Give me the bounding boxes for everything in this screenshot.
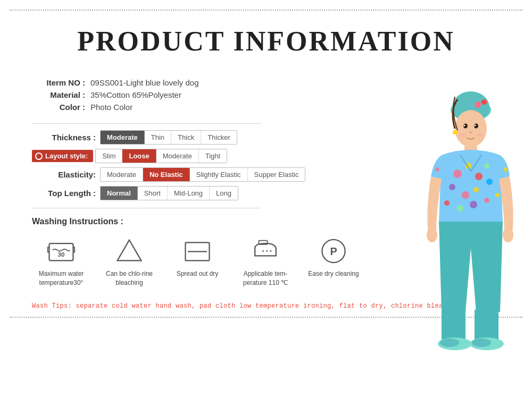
washing-item-spread-dry: Spread out dry [168,236,227,278]
wash-label-chlorine: Can be chlo-rine bleaching [100,269,159,287]
top-length-tag-0[interactable]: Normal [101,187,138,200]
thickness-tag-2[interactable]: Thick [171,131,201,144]
svg-point-17 [475,173,483,180]
svg-point-6 [262,250,264,252]
thickness-label: Thickness : [32,133,96,142]
wash-dry-clean-svg: P [319,238,348,264]
elasticity-tag-1[interactable]: No Elastic [143,168,190,181]
svg-point-36 [427,227,437,242]
wash-label-dry-clean: Ease dry cleaning [308,269,359,278]
layout-tag-3[interactable]: Tight [199,149,227,163]
model-image-container [383,67,527,293]
top-length-tag-1[interactable]: Short [138,187,168,200]
layout-tag-2[interactable]: Moderate [156,149,199,163]
svg-point-19 [449,184,455,190]
elasticity-tag-2[interactable]: Slightly Elastic [190,168,248,181]
wash-label-spread-dry: Spread out dry [177,269,219,278]
svg-point-46 [475,102,481,108]
svg-point-40 [464,125,466,126]
item-no-label: Iterm NO : [32,78,85,87]
material-value: 35%Cotton 65%Polyester [90,90,181,99]
dotted-separator-1 [32,123,261,124]
svg-point-26 [484,198,489,203]
page-title: PRODUCT INFORMATION [0,11,532,67]
svg-point-47 [481,99,487,105]
svg-point-27 [495,193,500,197]
wash-icon-chlorine [113,236,145,265]
washing-item-iron: Applicable tem-perature 110 ℃ [236,236,295,287]
svg-point-25 [470,201,477,208]
svg-point-8 [270,250,272,252]
wash-iron-svg [251,238,280,264]
wash-label-iron: Applicable tem-perature 110 ℃ [236,269,295,287]
top-length-label: Top Length : [32,189,96,198]
layout-tag-0[interactable]: Slim [96,149,122,163]
wash-icon-spread-dry [181,236,213,265]
elasticity-tag-3[interactable]: Supper Elastic [248,168,305,181]
layout-circle-icon [35,153,43,160]
svg-point-13 [455,110,487,147]
svg-rect-31 [475,309,498,341]
svg-point-21 [473,187,479,192]
thickness-tags: Moderate Thin Thick Thicker [100,130,237,145]
top-length-tags: Normal Short Mid-Long Long [100,186,238,200]
thickness-tag-3[interactable]: Thicker [201,131,237,144]
thickness-tag-0[interactable]: Moderate [101,131,145,144]
model-figure-svg [388,67,521,381]
wash-chlorine-svg [115,238,144,264]
washing-item-dry-clean: P Ease dry cleaning [304,236,363,278]
wash-icon-iron [250,236,281,265]
page-wrapper: PRODUCT INFORMATION Iterm NO : 09SS001-L… [0,10,532,406]
layout-label-red: Layout style: [32,150,93,162]
layout-tags: Slim Loose Moderate Tight [95,149,227,163]
thickness-tag-1[interactable]: Thin [145,131,171,144]
layout-label-text: Layout style: [45,152,88,160]
svg-point-41 [475,125,476,126]
svg-marker-2 [118,240,142,260]
svg-rect-30 [442,309,466,341]
svg-point-7 [266,250,268,252]
item-no-value: 09SS001-Light blue lovely dog [90,78,198,87]
svg-point-42 [469,131,472,133]
main-content: Iterm NO : 09SS001-Light blue lovely dog… [0,67,532,293]
svg-point-45 [453,130,457,134]
wash-icon-dry-clean: P [318,236,350,265]
svg-point-34 [440,339,459,347]
svg-point-28 [435,167,439,172]
svg-point-22 [486,179,493,185]
top-length-tag-2[interactable]: Mid-Long [168,187,210,200]
elasticity-tags: Moderate No Elastic Slightly Elastic Sup… [100,167,305,182]
svg-point-18 [484,163,489,168]
svg-point-24 [457,205,463,212]
top-length-tag-3[interactable]: Long [210,187,238,200]
wash-temp-svg: 30 [47,238,76,264]
material-label: Material : [32,90,85,99]
wash-spread-svg [183,238,212,264]
svg-point-23 [444,200,450,206]
svg-point-35 [472,339,491,347]
svg-text:30: 30 [57,251,65,258]
svg-point-15 [453,170,462,178]
svg-point-37 [503,227,513,242]
layout-tag-1[interactable]: Loose [122,149,156,163]
elasticity-tag-0[interactable]: Moderate [101,168,143,181]
svg-text:P: P [330,245,337,257]
washing-item-max-temp: 30 Maximum water temperature30° [32,236,90,287]
dotted-separator-2 [32,208,261,208]
svg-point-43 [458,133,466,137]
wash-label-max-temp: Maximum water temperature30° [32,269,90,287]
svg-point-44 [476,133,484,137]
svg-point-20 [462,191,469,199]
color-value: Photo Color [90,103,132,112]
wash-icon-temp: 30 [45,236,77,265]
washing-item-chlorine: Can be chlo-rine bleaching [100,236,159,287]
elasticity-label: Elasticity: [32,170,96,179]
svg-point-29 [503,167,508,172]
color-label: Color : [32,103,85,112]
